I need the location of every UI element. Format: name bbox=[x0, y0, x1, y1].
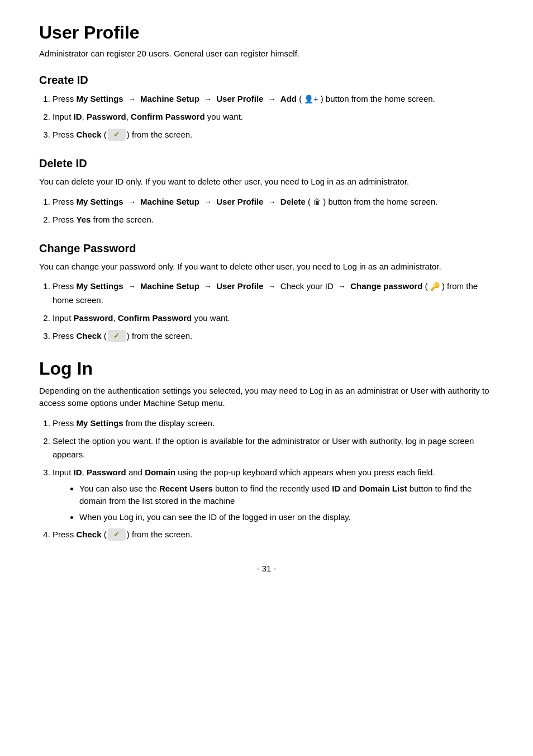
login-bullet-1: You can also use the Recent Users button… bbox=[79, 483, 494, 508]
key-icon: 🔑 bbox=[430, 280, 440, 292]
password-label-c: Password bbox=[74, 313, 113, 323]
check-icon-l: ✓ bbox=[108, 528, 126, 541]
machine-setup-label-d: Machine Setup bbox=[140, 197, 199, 206]
delete-step-2: Press Yes from the screen. bbox=[53, 213, 494, 226]
confirm-password-label-c: Confirm Password bbox=[118, 313, 192, 323]
arrow-icon-1: → bbox=[128, 93, 136, 105]
check-label-l: Check bbox=[77, 530, 102, 539]
arrow-icon-d3: → bbox=[268, 196, 276, 208]
change-password-steps: Press My Settings → Machine Setup → User… bbox=[53, 280, 494, 342]
user-profile-label: User Profile bbox=[216, 94, 263, 103]
change-password-label: Change password bbox=[350, 281, 422, 291]
password-label: Password bbox=[87, 112, 126, 121]
page-number: - 31 - bbox=[39, 564, 494, 573]
id-label-b: ID bbox=[332, 484, 340, 493]
password-label-l: Password bbox=[87, 467, 126, 477]
check-icon-1: ✓ bbox=[108, 129, 126, 141]
arrow-icon-d1: → bbox=[128, 196, 136, 208]
delete-id-section: Delete ID You can delete your ID only. I… bbox=[39, 157, 494, 226]
domain-list-label: Domain List bbox=[359, 484, 407, 493]
change-password-desc: You can change your password only. If yo… bbox=[39, 261, 494, 273]
add-label: Add bbox=[280, 94, 297, 103]
recent-users-label: Recent Users bbox=[159, 484, 213, 493]
user-profile-label-d: User Profile bbox=[216, 197, 263, 206]
login-section: Log In Depending on the authentication s… bbox=[39, 358, 494, 542]
change-step-3: Press Check (✓) from the screen. bbox=[53, 329, 494, 343]
login-step-4: Press Check (✓) from the screen. bbox=[53, 528, 494, 541]
login-title: Log In bbox=[39, 358, 494, 379]
machine-setup-label: Machine Setup bbox=[140, 94, 199, 103]
confirm-password-label: Confirm Password bbox=[131, 112, 205, 121]
machine-setup-label-c: Machine Setup bbox=[140, 281, 199, 291]
yes-label: Yes bbox=[77, 215, 91, 224]
login-bullet-2: When you Log in, you can see the ID of t… bbox=[79, 511, 494, 524]
login-step-2: Select the option you want. If the optio… bbox=[53, 434, 494, 461]
login-steps: Press My Settings from the display scree… bbox=[53, 417, 494, 542]
check-label-c: Check bbox=[77, 331, 102, 341]
delete-id-title: Delete ID bbox=[39, 157, 494, 170]
check-label: Check bbox=[77, 130, 102, 139]
arrow-icon-c4: → bbox=[338, 280, 346, 292]
create-step-1: Press My Settings → Machine Setup → User… bbox=[53, 92, 494, 106]
page-title: User Profile bbox=[39, 22, 494, 43]
arrow-icon-3: → bbox=[268, 93, 276, 105]
delete-id-steps: Press My Settings → Machine Setup → User… bbox=[53, 195, 494, 226]
arrow-icon-c3: → bbox=[268, 280, 276, 292]
my-settings-label: My Settings bbox=[77, 94, 123, 103]
change-step-1: Press My Settings → Machine Setup → User… bbox=[53, 280, 494, 306]
id-label-l: ID bbox=[74, 467, 82, 477]
login-bullets: You can also use the Recent Users button… bbox=[79, 483, 494, 524]
change-password-title: Change Password bbox=[39, 242, 494, 255]
delete-id-desc: You can delete your ID only. If you want… bbox=[39, 176, 494, 188]
create-id-steps: Press My Settings → Machine Setup → User… bbox=[53, 92, 494, 141]
arrow-icon-c2: → bbox=[204, 280, 212, 292]
check-icon-c: ✓ bbox=[108, 330, 126, 342]
arrow-icon-c1: → bbox=[128, 280, 136, 292]
my-settings-label-d: My Settings bbox=[77, 197, 123, 206]
login-step-3: Input ID, Password and Domain using the … bbox=[53, 466, 494, 524]
my-settings-label-l: My Settings bbox=[77, 418, 123, 428]
user-profile-section: User Profile Administrator can register … bbox=[39, 22, 494, 343]
delete-label: Delete bbox=[280, 197, 306, 206]
create-step-3: Press Check (✓) from the screen. bbox=[53, 128, 494, 141]
trash-icon: 🗑 bbox=[313, 196, 321, 208]
login-step-1: Press My Settings from the display scree… bbox=[53, 417, 494, 430]
arrow-icon-2: → bbox=[204, 93, 212, 105]
id-label: ID bbox=[74, 112, 82, 121]
my-settings-label-c: My Settings bbox=[77, 281, 123, 291]
domain-label-l: Domain bbox=[145, 467, 175, 477]
change-password-section: Change Password You can change your pass… bbox=[39, 242, 494, 343]
create-step-2: Input ID, Password, Confirm Password you… bbox=[53, 110, 494, 124]
user-profile-label-c: User Profile bbox=[216, 281, 263, 291]
login-desc: Depending on the authentication settings… bbox=[39, 385, 494, 410]
create-id-title: Create ID bbox=[39, 74, 494, 87]
create-id-section: Create ID Press My Settings → Machine Se… bbox=[39, 74, 494, 141]
delete-step-1: Press My Settings → Machine Setup → User… bbox=[53, 195, 494, 209]
arrow-icon-d2: → bbox=[204, 196, 212, 208]
change-step-2: Input Password, Confirm Password you wan… bbox=[53, 311, 494, 325]
page-subtitle: Administrator can register 20 users. Gen… bbox=[39, 49, 494, 58]
add-user-icon: 👤+ bbox=[304, 93, 318, 105]
